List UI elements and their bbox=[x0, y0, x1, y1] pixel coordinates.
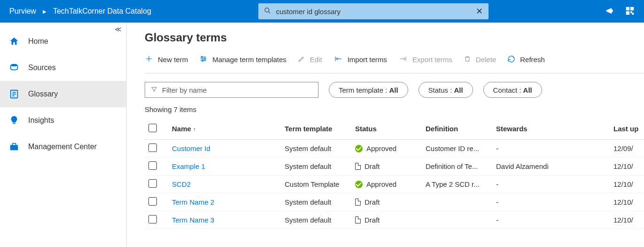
sidebar-item-management[interactable]: Management Center bbox=[0, 134, 126, 160]
cell-definition: Customer ID re... bbox=[422, 140, 492, 158]
global-search[interactable]: ✕ bbox=[258, 3, 489, 19]
plus-icon bbox=[145, 55, 153, 64]
pill-label: Contact : bbox=[493, 86, 521, 94]
col-name[interactable]: Name↑ bbox=[168, 118, 281, 140]
sidebar-item-sources[interactable]: Sources bbox=[0, 55, 126, 81]
glossary-icon bbox=[8, 89, 20, 99]
trash-icon bbox=[464, 55, 471, 64]
sidebar-item-label: Insights bbox=[28, 116, 54, 125]
cell-stewards: David Alzamendi bbox=[492, 158, 610, 175]
pill-value: All bbox=[523, 86, 532, 94]
search-input[interactable] bbox=[276, 8, 471, 16]
pill-term-template[interactable]: Term template : All bbox=[329, 82, 408, 98]
cell-status: Approved bbox=[355, 144, 418, 152]
qrcode-icon[interactable] bbox=[625, 6, 635, 17]
cell-template: System default bbox=[281, 211, 351, 229]
svg-point-20 bbox=[204, 58, 206, 60]
col-lastup[interactable]: Last up bbox=[610, 118, 644, 140]
cell-stewards: - bbox=[492, 175, 610, 193]
export-icon bbox=[398, 55, 408, 64]
row-checkbox[interactable] bbox=[148, 197, 157, 206]
home-icon bbox=[8, 36, 20, 47]
button-label: Delete bbox=[476, 56, 496, 64]
svg-rect-2 bbox=[627, 7, 629, 10]
import-icon bbox=[334, 55, 343, 64]
button-label: Edit bbox=[310, 56, 322, 64]
draft-icon bbox=[355, 163, 361, 170]
clear-search-icon[interactable]: ✕ bbox=[476, 6, 483, 16]
announce-icon[interactable] bbox=[605, 6, 615, 17]
svg-rect-4 bbox=[627, 11, 629, 14]
filter-by-name[interactable] bbox=[145, 82, 318, 98]
button-label: Export terms bbox=[412, 56, 452, 64]
approved-icon bbox=[355, 181, 363, 188]
collapse-sidebar-icon[interactable]: ≪ bbox=[115, 25, 122, 33]
row-checkbox[interactable] bbox=[148, 179, 157, 188]
pill-contact[interactable]: Contact : All bbox=[483, 82, 542, 98]
cell-status: Draft bbox=[355, 198, 418, 206]
filter-icon bbox=[151, 86, 157, 94]
col-status[interactable]: Status bbox=[351, 118, 422, 140]
sidebar-item-label: Sources bbox=[28, 64, 56, 72]
topbar: Purview ▶ TechTalkCorner Data Catalog ✕ bbox=[0, 0, 644, 23]
cell-template: System default bbox=[281, 140, 351, 158]
cell-template: System default bbox=[281, 193, 351, 211]
cell-lastup: 12/10/ bbox=[610, 175, 644, 193]
button-label: New term bbox=[158, 56, 188, 64]
col-definition[interactable]: Definition bbox=[422, 118, 492, 140]
manage-templates-button[interactable]: Manage term templates bbox=[199, 55, 287, 64]
cell-definition: Definition of Te... bbox=[422, 158, 492, 175]
term-name-link[interactable]: Example 1 bbox=[172, 162, 205, 170]
col-stewards[interactable]: Stewards bbox=[492, 118, 610, 140]
sidebar-item-glossary[interactable]: Glossary bbox=[0, 81, 126, 107]
row-checkbox[interactable] bbox=[148, 215, 157, 223]
cell-template: System default bbox=[281, 158, 351, 175]
term-name-link[interactable]: Customer Id bbox=[172, 144, 210, 152]
refresh-icon bbox=[507, 55, 515, 64]
cell-lastup: 12/10/ bbox=[610, 193, 644, 211]
pill-status[interactable]: Status : All bbox=[419, 82, 473, 98]
breadcrumb-root[interactable]: Purview bbox=[9, 7, 36, 16]
sidebar-item-label: Home bbox=[28, 37, 48, 46]
draft-icon bbox=[355, 216, 361, 223]
main-content: Glossary terms New term Manage term temp… bbox=[127, 23, 644, 247]
pill-value: All bbox=[454, 86, 463, 94]
cell-definition bbox=[422, 211, 492, 229]
svg-point-21 bbox=[202, 60, 203, 61]
term-name-link[interactable]: Term Name 3 bbox=[172, 216, 214, 224]
sidebar-item-insights[interactable]: Insights bbox=[0, 107, 126, 134]
refresh-button[interactable]: Refresh bbox=[507, 55, 545, 64]
row-checkbox[interactable] bbox=[148, 161, 157, 170]
term-name-link[interactable]: Term Name 2 bbox=[172, 198, 214, 206]
edit-icon bbox=[298, 55, 305, 64]
select-all-checkbox[interactable] bbox=[148, 124, 157, 132]
row-checkbox[interactable] bbox=[148, 143, 157, 152]
table-row: SCD2Custom TemplateApprovedA Type 2 SCD … bbox=[145, 175, 644, 193]
sidebar-item-home[interactable]: Home bbox=[0, 28, 126, 55]
table-row: Customer IdSystem defaultApprovedCustome… bbox=[145, 140, 644, 158]
breadcrumb-current[interactable]: TechTalkCorner Data Catalog bbox=[53, 7, 151, 16]
toolbox-icon bbox=[8, 142, 20, 152]
sort-asc-icon: ↑ bbox=[193, 126, 196, 133]
export-terms-button: Export terms bbox=[398, 55, 452, 64]
glossary-table: Name↑ Term template Status Definition St… bbox=[145, 118, 644, 229]
svg-point-0 bbox=[265, 8, 269, 12]
filter-input[interactable] bbox=[162, 86, 312, 94]
col-template[interactable]: Term template bbox=[281, 118, 351, 140]
approved-icon bbox=[355, 145, 363, 152]
new-term-button[interactable]: New term bbox=[145, 55, 188, 64]
table-row: Term Name 3System defaultDraft-12/10/ bbox=[145, 211, 644, 229]
svg-rect-5 bbox=[631, 11, 632, 13]
chevron-right-icon: ▶ bbox=[43, 9, 47, 14]
button-label: Refresh bbox=[520, 56, 545, 64]
import-terms-button[interactable]: Import terms bbox=[334, 55, 387, 64]
cell-lastup: 12/10/ bbox=[610, 211, 644, 229]
delete-button: Delete bbox=[464, 55, 496, 64]
svg-rect-12 bbox=[13, 123, 16, 124]
svg-rect-6 bbox=[632, 13, 634, 15]
lightbulb-icon bbox=[8, 115, 20, 126]
pill-label: Status : bbox=[428, 86, 452, 94]
term-name-link[interactable]: SCD2 bbox=[172, 180, 191, 188]
command-bar: New term Manage term templates Edit bbox=[145, 55, 644, 73]
sidebar-item-label: Glossary bbox=[28, 90, 58, 98]
